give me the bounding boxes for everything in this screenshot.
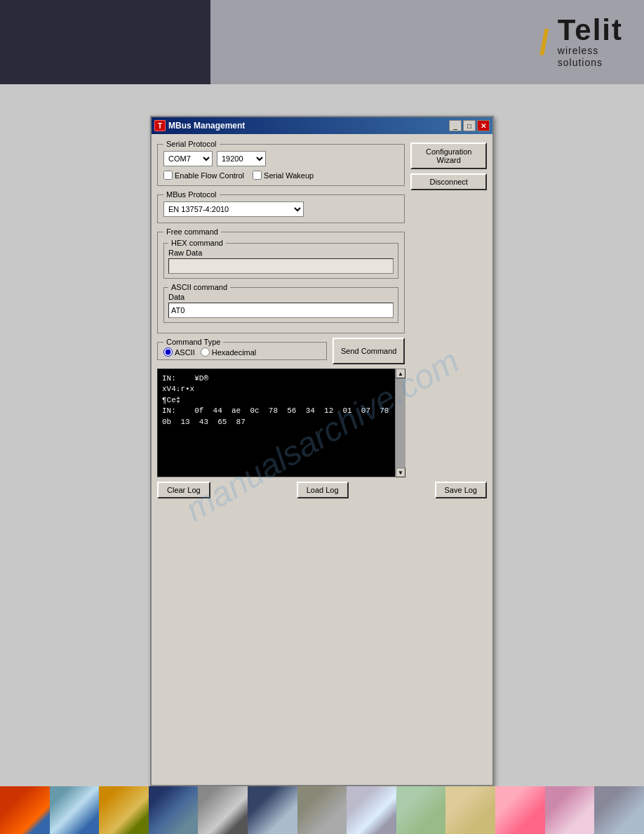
command-type-row: Command Type ASCII Hexadecimal Send Comm… (157, 338, 405, 364)
terminal-container: IN: ¥D® xV4↓r•x ¶Ce‡ IN: 0f 44 ae 0c 78 … (157, 369, 405, 477)
hex-radio[interactable] (201, 348, 210, 357)
maximize-button[interactable]: □ (463, 120, 476, 131)
serial-options-row: Enable Flow Control Serial Wakeup (163, 171, 398, 180)
scroll-track[interactable] (396, 378, 405, 468)
save-log-button[interactable]: Save Log (435, 482, 487, 498)
header-dark-panel (0, 0, 210, 84)
serial-protocol-legend: Serial Protocol (163, 140, 220, 148)
footer-image-6 (248, 786, 297, 834)
footer-image-1 (0, 786, 50, 834)
window-body: Serial Protocol COM1COM2COM3COM4COM5COM6… (152, 134, 492, 504)
window-app-icon: T (154, 120, 166, 131)
main-left-col: Serial Protocol COM1COM2COM3COM4COM5COM6… (157, 140, 405, 482)
command-type-fieldset: Command Type ASCII Hexadecimal (157, 338, 327, 360)
command-type-legend: Command Type (163, 338, 223, 346)
scroll-up-button[interactable]: ▲ (396, 369, 405, 378)
serial-wakeup-checkbox[interactable] (253, 171, 262, 180)
telit-slash-icon: / (539, 28, 549, 56)
footer-strip (0, 786, 644, 834)
terminal-scrollbar[interactable]: ▲ ▼ (395, 369, 405, 477)
ascii-data-input[interactable] (168, 303, 394, 318)
mbus-protocol-select[interactable]: EN 13757-4:2010EN 13757-3:2004 (163, 201, 304, 217)
window-titlebar: T MBus Management _ □ ✕ (152, 117, 492, 134)
baud-rate-select[interactable]: 9600192003840057600115200 (217, 151, 266, 166)
mbus-window: T MBus Management _ □ ✕ Serial Protocol … (150, 116, 494, 786)
footer-image-10 (445, 786, 495, 834)
serial-wakeup-label[interactable]: Serial Wakeup (253, 171, 314, 180)
main-right-col: Configuration Wizard Disconnect (410, 140, 487, 190)
telit-wordmark: Telit wireless solutions (558, 15, 623, 69)
main-area: manualsarchive.com T MBus Management _ □… (0, 84, 644, 786)
ascii-radio-text: ASCII (175, 348, 195, 357)
ascii-radio-label[interactable]: ASCII (163, 348, 195, 357)
main-two-col: Serial Protocol COM1COM2COM3COM4COM5COM6… (157, 140, 487, 482)
footer-image-2 (50, 786, 100, 834)
serial-wakeup-text: Serial Wakeup (264, 171, 314, 180)
minimize-button[interactable]: _ (449, 120, 462, 131)
telit-brand-name: Telit (558, 15, 623, 45)
footer-image-13 (594, 786, 644, 834)
serial-row: COM1COM2COM3COM4COM5COM6COM7COM8 9600192… (163, 151, 398, 166)
footer-image-8 (347, 786, 396, 834)
com-port-select[interactable]: COM1COM2COM3COM4COM5COM6COM7COM8 (163, 151, 213, 166)
window-controls[interactable]: _ □ ✕ (449, 120, 490, 131)
footer-image-4 (149, 786, 199, 834)
telit-subtitle-line1: wireless (558, 45, 599, 57)
terminal-text: IN: ¥D® xV4↓r•x ¶Ce‡ IN: 0f 44 ae 0c 78 … (162, 373, 400, 428)
send-command-button[interactable]: Send Command (333, 338, 405, 364)
scroll-down-button[interactable]: ▼ (396, 468, 405, 477)
footer-image-7 (297, 786, 347, 834)
load-log-button[interactable]: Load Log (297, 482, 349, 498)
hex-command-legend: HEX command (168, 239, 226, 247)
raw-data-label: Raw Data (168, 249, 394, 257)
header-logo-panel: / Telit wireless solutions (210, 0, 644, 84)
free-command-legend: Free command (163, 227, 221, 236)
close-button[interactable]: ✕ (477, 120, 490, 131)
terminal-output: IN: ¥D® xV4↓r•x ¶Ce‡ IN: 0f 44 ae 0c 78 … (157, 369, 405, 477)
configuration-wizard-button[interactable]: Configuration Wizard (410, 143, 487, 169)
mbus-protocol-legend: MBus Protocol (163, 190, 220, 199)
flow-control-checkbox[interactable] (163, 171, 173, 180)
disconnect-button[interactable]: Disconnect (410, 173, 487, 190)
flow-control-text: Enable Flow Control (175, 171, 244, 180)
free-command-fieldset: Free command HEX command Raw Data ASCII … (157, 227, 405, 333)
ascii-command-fieldset: ASCII command Data (163, 283, 398, 323)
clear-log-button[interactable]: Clear Log (157, 482, 210, 498)
hex-command-fieldset: HEX command Raw Data (163, 239, 398, 279)
footer-image-5 (198, 786, 248, 834)
ascii-radio[interactable] (163, 348, 173, 357)
ascii-command-legend: ASCII command (168, 283, 230, 291)
mbus-protocol-fieldset: MBus Protocol EN 13757-4:2010EN 13757-3:… (157, 190, 405, 223)
window-title: MBus Management (168, 121, 245, 131)
header: / Telit wireless solutions (0, 0, 644, 84)
telit-subtitle-line2: solutions (558, 57, 603, 69)
flow-control-label[interactable]: Enable Flow Control (163, 171, 244, 180)
hex-radio-label[interactable]: Hexadecimal (201, 348, 257, 357)
footer-image-9 (396, 786, 446, 834)
footer-image-3 (99, 786, 149, 834)
serial-protocol-fieldset: Serial Protocol COM1COM2COM3COM4COM5COM6… (157, 140, 405, 186)
hex-radio-text: Hexadecimal (212, 348, 257, 357)
footer-image-12 (545, 786, 595, 834)
window-title-left: T MBus Management (154, 120, 245, 131)
ascii-data-label: Data (168, 293, 394, 301)
footer-image-11 (495, 786, 545, 834)
raw-data-input[interactable] (168, 258, 394, 274)
bottom-buttons: Clear Log Load Log Save Log (157, 482, 487, 498)
telit-logo: / Telit wireless solutions (539, 15, 623, 69)
